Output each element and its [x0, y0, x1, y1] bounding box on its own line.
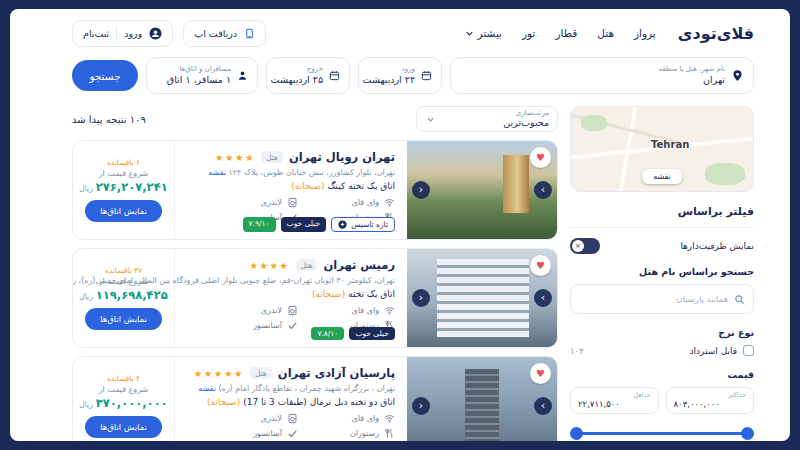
rooms-remaining: ۶ باقیمانده: [107, 158, 140, 167]
carousel-prev-button[interactable]: ‹: [412, 289, 430, 307]
search-button[interactable]: جستجو: [72, 60, 138, 91]
map-link[interactable]: نقشه: [208, 168, 226, 177]
favorite-button[interactable]: ♥: [530, 255, 551, 276]
checkout-field[interactable]: خروج ۲۵ اردیبهشت: [266, 57, 350, 94]
carousel-prev-button[interactable]: ‹: [412, 181, 430, 199]
tag-icon: [338, 220, 347, 229]
hotel-name[interactable]: پارسیان آزادی تهران: [278, 366, 395, 380]
laundry-icon: [287, 413, 298, 424]
destination-field[interactable]: نام شهر، هتل یا منطقه تهران: [450, 57, 754, 94]
chevron-down-icon: [464, 28, 475, 39]
chevron-right-icon: ›: [541, 292, 545, 303]
price-min-value: ۲۲,۷۱۱,۵۰۰: [578, 399, 651, 409]
signup-button[interactable]: ثبت‌نام: [83, 28, 109, 39]
brand-logo[interactable]: فلای‌تودی: [678, 24, 754, 43]
slider-max-handle[interactable]: [570, 427, 583, 440]
guests-rooms-field[interactable]: مسافران و اتاق‌ها ۱ مسافر، ۱ اتاق: [146, 57, 258, 94]
chevron-right-icon: ›: [541, 400, 545, 411]
hotel-info: پارسیان آزادی تهران هتل ★★★★★ تهران ، بز…: [175, 357, 407, 441]
checkin-field[interactable]: ورود ۲۲ اردیبهشت: [358, 57, 442, 94]
show-rooms-button[interactable]: نمایش اتاق‌ها: [85, 416, 162, 438]
capacity-toggle-label: نمایش ظرفیت‌دارها: [680, 241, 754, 251]
price-filter-title: قیمت: [570, 369, 754, 380]
hotel-badges: ۷.۹/۱۰ خیلی خوب تازه تاسیس: [243, 217, 395, 232]
map-link[interactable]: نقشه: [198, 384, 216, 393]
carousel-next-button[interactable]: ›: [534, 181, 552, 199]
hotel-card[interactable]: ♥ ‹ › تهران رویال تهران هتل ★★★★ تهران، …: [72, 140, 558, 240]
slider-track: [573, 432, 751, 435]
nav-item-hotel[interactable]: هتل: [597, 27, 614, 39]
carousel-next-button[interactable]: ›: [534, 289, 552, 307]
nav-item-train[interactable]: قطار: [555, 27, 577, 39]
get-app-button[interactable]: دریافت اپ: [183, 20, 266, 47]
rate-type-title: نوع نرخ: [570, 327, 754, 338]
favorite-button[interactable]: ♥: [530, 363, 551, 384]
quality-badge: خیلی خوب: [281, 217, 327, 232]
meal-plan: (صبحانه): [291, 181, 324, 191]
hotel-name[interactable]: رمیس تهران: [323, 258, 395, 272]
nav-item-flight[interactable]: پرواز: [634, 27, 656, 39]
rooms-remaining: ۳۷ باقیمانده: [105, 266, 142, 275]
refundable-checkbox[interactable]: [743, 345, 754, 356]
heart-icon: ♥: [536, 260, 545, 271]
carousel-prev-button[interactable]: ‹: [412, 397, 430, 415]
heart-icon: ♥: [536, 368, 545, 379]
chevron-left-icon: ‹: [419, 184, 423, 195]
app-window: فلای‌تودی پرواز هتل قطار تور بیشتر دریاف…: [10, 9, 790, 441]
photo-decoration: [465, 369, 499, 441]
favorite-button[interactable]: ♥: [530, 147, 551, 168]
hotel-address: تهران، بلوار کشاورز، نبش خیابان طوس، پلا…: [228, 168, 395, 177]
chevron-right-icon: ›: [541, 184, 545, 195]
heart-icon: ♥: [536, 152, 545, 163]
sort-dropdown[interactable]: مرتب‌سازی محبوب‌ترین: [416, 106, 558, 132]
map-preview[interactable]: Tehran نقشه: [570, 106, 754, 192]
search-icon: [734, 294, 745, 305]
hotel-name[interactable]: تهران رویال تهران: [289, 150, 395, 164]
price-min-field[interactable]: حداقل ۲۲,۷۱۱,۵۰۰: [570, 387, 659, 414]
price-range-slider: [573, 426, 751, 440]
map-park: [705, 163, 745, 185]
hotel-type-badge: هتل: [250, 367, 272, 379]
slider-min-handle[interactable]: [741, 427, 754, 440]
hotel-card[interactable]: ♥ ‹ › رمیس تهران هتل ★★★★ تهران، کیلومتر…: [72, 248, 558, 348]
nav-item-tour[interactable]: تور: [522, 27, 535, 39]
hotel-photo: ♥ ‹ ›: [407, 141, 557, 239]
meal-plan: (صبحانه): [312, 289, 345, 299]
results-header: مرتب‌سازی محبوب‌ترین ۱۰۹ نتیجه پیدا شد: [72, 106, 558, 132]
price-value: ۲۷۶,۲۰۷,۲۴۱: [96, 180, 168, 194]
laundry-icon: [287, 305, 298, 316]
capacity-toggle-row: نمایش ظرفیت‌دارها ×: [570, 238, 754, 254]
restaurant-icon: [384, 428, 395, 439]
currency-label: ریال: [79, 292, 92, 301]
hotel-photo: ♥ ‹ ›: [407, 357, 557, 441]
carousel-next-button[interactable]: ›: [534, 397, 552, 415]
show-rooms-button[interactable]: نمایش اتاق‌ها: [85, 200, 162, 222]
person-icon: [237, 70, 248, 81]
nav-item-more[interactable]: بیشتر: [464, 27, 502, 39]
results-count: ۱۰۹ نتیجه پیدا شد: [72, 114, 146, 125]
hotel-info: تهران رویال تهران هتل ★★★★ تهران، بلوار …: [175, 141, 407, 239]
score-badge: ۷.۸/۱۰: [311, 327, 344, 341]
hotel-card[interactable]: ♥ ‹ › پارسیان آزادی تهران هتل ★★★★★ تهرا…: [72, 356, 558, 441]
hotel-info: رمیس تهران هتل ★★★★ تهران، کیلومتر ۳۰ ات…: [175, 249, 407, 347]
capacity-toggle[interactable]: ×: [570, 238, 600, 254]
refundable-count: ۱۰۲: [570, 346, 584, 356]
price-max-field[interactable]: حداکثر ۸۰۳,۰۰۰,۰۰۰: [666, 387, 755, 414]
main-nav: پرواز هتل قطار تور بیشتر: [464, 27, 656, 39]
hotel-type-badge: هتل: [296, 259, 318, 271]
score-badge: ۷.۹/۱۰: [243, 217, 276, 232]
checkin-value: ۲۲ اردیبهشت: [368, 74, 415, 86]
wifi-icon: [384, 197, 395, 208]
toggle-knob: ×: [572, 240, 584, 252]
rooms-remaining: ۴ باقیمانده: [107, 374, 140, 383]
hotel-type-badge: هتل: [261, 151, 283, 163]
price-max-value: ۸۰۳,۰۰۰,۰۰۰: [674, 399, 747, 409]
show-rooms-button[interactable]: نمایش اتاق‌ها: [85, 308, 162, 330]
price-column: ۶ باقیمانده شروع قیمت از ۲۷۶,۲۰۷,۲۴۱ریال…: [73, 141, 175, 239]
hotel-name-search-input[interactable]: [579, 294, 728, 304]
login-button[interactable]: ورود: [124, 28, 142, 39]
open-map-button[interactable]: نقشه: [642, 169, 682, 184]
results-list: مرتب‌سازی محبوب‌ترین ۱۰۹ نتیجه پیدا شد ♥…: [72, 106, 558, 441]
price-max-label: حداکثر: [674, 391, 747, 399]
elevator-icon: [287, 320, 298, 331]
